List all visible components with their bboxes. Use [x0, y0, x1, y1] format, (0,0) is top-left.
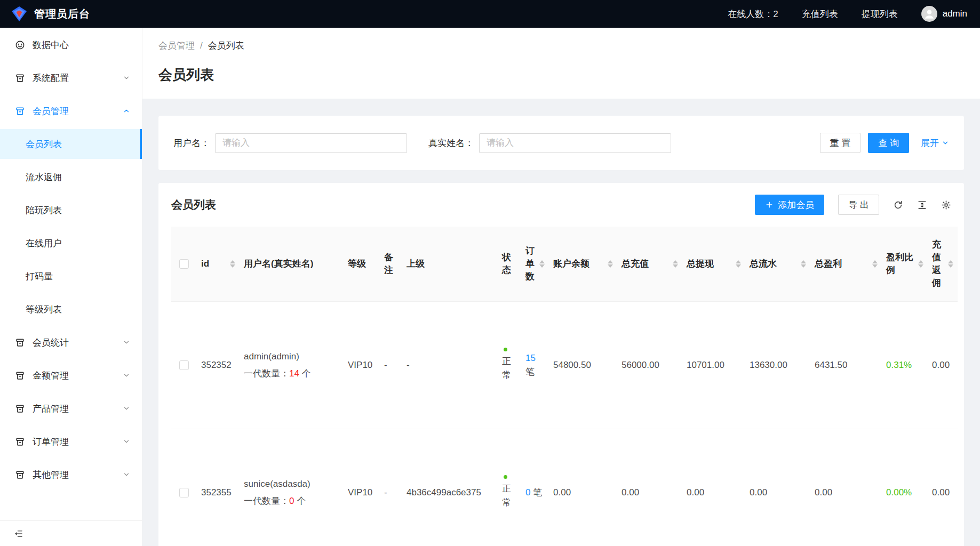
- cell-total-flow: 0.00: [745, 429, 810, 546]
- cell-recharge-rebate: 0.00: [928, 429, 958, 546]
- export-button[interactable]: 导 出: [838, 195, 879, 215]
- col-header-total-recharge[interactable]: 总充值: [617, 227, 682, 301]
- sorter-icon[interactable]: [872, 260, 878, 268]
- sidebar-collapse-button[interactable]: [0, 520, 142, 546]
- cell-username: sunice(asdasda) 一代数量：0 个: [240, 429, 344, 546]
- order-management-icon: [15, 437, 25, 447]
- sorter-icon[interactable]: [673, 260, 678, 268]
- product-management-icon: [15, 404, 25, 414]
- col-header-orders[interactable]: 订单数: [521, 227, 549, 301]
- sidebar-item-product-management[interactable]: 产品管理: [0, 394, 142, 423]
- col-header-total-withdraw[interactable]: 总提现: [682, 227, 745, 301]
- cell-total-flow: 13630.00: [745, 301, 810, 429]
- filter-card: 用户名： 真实姓名： 重 置 查 询 展开: [158, 116, 964, 170]
- chevron-down-icon: [123, 471, 130, 478]
- col-header-total-profit[interactable]: 总盈利: [810, 227, 882, 301]
- breadcrumb-current: 会员列表: [208, 39, 244, 52]
- select-all-checkbox[interactable]: [179, 259, 189, 269]
- breadcrumb-separator: /: [200, 41, 203, 51]
- topnav: 在线人数：2 充值列表 提现列表 admin: [728, 6, 967, 22]
- sorter-icon[interactable]: [948, 260, 953, 268]
- chevron-down-icon: [942, 139, 949, 147]
- cell-username: admin(admin) 一代数量：14 个: [240, 301, 344, 429]
- add-member-button[interactable]: 添加会员: [755, 195, 824, 215]
- reset-button[interactable]: 重 置: [820, 133, 861, 153]
- realname-input[interactable]: [479, 133, 671, 153]
- reload-icon[interactable]: [893, 200, 903, 210]
- sorter-icon[interactable]: [608, 260, 613, 268]
- topnav-withdraw-list[interactable]: 提现列表: [862, 8, 898, 20]
- sorter-icon[interactable]: [736, 260, 741, 268]
- page-title: 会员列表: [158, 66, 964, 84]
- status-dot: [504, 348, 507, 351]
- table-row: 352355 sunice(asdasda) 一代数量：0 个 VIP10 - …: [171, 429, 958, 546]
- cell-balance: 0.00: [549, 429, 617, 546]
- sorter-icon[interactable]: [918, 260, 923, 268]
- cell-level: VIP10: [344, 429, 380, 546]
- table-tools: 添加会员 导 出: [755, 195, 951, 215]
- col-header-profit-ratio[interactable]: 盈利比例: [882, 227, 928, 301]
- member-list-card: 会员列表 添加会员 导 出: [158, 183, 964, 546]
- density-icon[interactable]: [917, 200, 927, 210]
- menu-fold-icon: [14, 529, 23, 539]
- orders-count-link[interactable]: 0: [525, 487, 530, 497]
- topnav-recharge-list[interactable]: 充值列表: [802, 8, 838, 20]
- sidebar-item-order-management[interactable]: 订单管理: [0, 427, 142, 456]
- row-checkbox[interactable]: [179, 488, 189, 497]
- other-management-icon: [15, 470, 25, 480]
- col-header-remark: 备注: [380, 227, 402, 301]
- sidebar-item-member-management[interactable]: 会员管理: [0, 96, 142, 126]
- search-button[interactable]: 查 询: [868, 133, 909, 153]
- brand: 管理员后台: [11, 5, 90, 22]
- cell-total-withdraw: 10701.00: [682, 301, 745, 429]
- col-header-recharge-rebate[interactable]: 充值返佣: [928, 227, 958, 301]
- sidebar-item-flow-rebate[interactable]: 流水返佣: [0, 162, 142, 192]
- cell-status: 正常: [498, 429, 521, 546]
- breadcrumb: 会员管理 / 会员列表: [158, 39, 964, 52]
- settings-gear-icon[interactable]: [941, 200, 951, 210]
- filter-actions: 重 置 查 询 展开: [820, 133, 949, 153]
- member-table: id 用户名(真实姓名) 等级 备注 上级 状态 订单数 账: [171, 227, 958, 546]
- sidebar-item-amount-management[interactable]: 金额管理: [0, 360, 142, 390]
- page-header: 会员管理 / 会员列表 会员列表: [142, 28, 980, 99]
- sorter-icon[interactable]: [539, 260, 545, 268]
- table-title: 会员列表: [171, 197, 216, 212]
- col-header-select: [171, 227, 197, 301]
- cell-recharge-rebate: 0.00: [928, 301, 958, 429]
- sidebar-item-member-list[interactable]: 会员列表: [0, 129, 142, 159]
- expand-toggle[interactable]: 展开: [921, 137, 949, 149]
- col-header-balance[interactable]: 账户余额: [549, 227, 617, 301]
- sidebar-menu: 数据中心 系统配置 会员管理 会员列表 流水返佣 陪玩列表 在线用户 打码量 等…: [0, 28, 142, 520]
- data-center-icon: [15, 40, 25, 50]
- user-menu[interactable]: admin: [921, 6, 967, 22]
- breadcrumb-member-management[interactable]: 会员管理: [158, 39, 195, 52]
- sidebar-item-system-config[interactable]: 系统配置: [0, 63, 142, 93]
- member-stats-icon: [15, 338, 25, 348]
- col-header-status: 状态: [498, 227, 521, 301]
- table-row: 352352 admin(admin) 一代数量：14 个 VIP10 - - …: [171, 301, 958, 429]
- cell-total-withdraw: 0.00: [682, 429, 745, 546]
- main-content: 会员管理 / 会员列表 会员列表 用户名： 真实姓名： 重 置 查 询 展开: [142, 28, 980, 546]
- avatar: [921, 6, 937, 22]
- sorter-icon[interactable]: [230, 260, 235, 268]
- sidebar-item-data-center[interactable]: 数据中心: [0, 30, 142, 60]
- col-header-total-flow[interactable]: 总流水: [745, 227, 810, 301]
- sidebar-item-companion-list[interactable]: 陪玩列表: [0, 195, 142, 225]
- sidebar-item-coding-volume[interactable]: 打码量: [0, 261, 142, 291]
- username-input[interactable]: [215, 133, 407, 153]
- col-header-id[interactable]: id: [197, 227, 240, 301]
- orders-count-link[interactable]: 15: [525, 353, 536, 363]
- sidebar-item-online-users[interactable]: 在线用户: [0, 228, 142, 258]
- row-checkbox[interactable]: [179, 360, 189, 370]
- cell-level: VIP10: [344, 301, 380, 429]
- cell-total-profit: 0.00: [810, 429, 882, 546]
- sorter-icon[interactable]: [801, 260, 806, 268]
- cell-parent: -: [402, 301, 498, 429]
- sidebar-item-member-stats[interactable]: 会员统计: [0, 327, 142, 357]
- member-management-icon: [15, 106, 25, 116]
- sidebar-item-level-list[interactable]: 等级列表: [0, 294, 142, 324]
- sidebar-item-other-management[interactable]: 其他管理: [0, 460, 142, 489]
- cell-status: 正常: [498, 301, 521, 429]
- username-label: admin: [943, 9, 967, 19]
- cell-id: 352355: [197, 429, 240, 546]
